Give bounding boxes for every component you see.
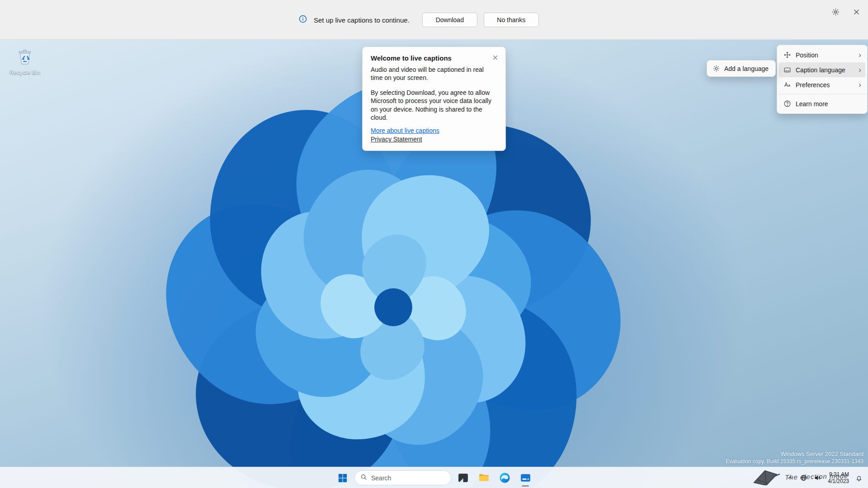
- taskbar-live-captions[interactable]: [516, 469, 534, 487]
- notification-bell-icon[interactable]: [853, 469, 865, 487]
- live-captions-setup-bar: Set up live captions to continue. Downlo…: [0, 0, 868, 40]
- taskbar-app-dark[interactable]: [454, 469, 472, 487]
- taskbar: 9:31 AM 4/1/2023: [0, 467, 868, 488]
- more-about-link[interactable]: More about live captions: [371, 127, 497, 136]
- menu-divider: [778, 94, 866, 94]
- menu-item-position[interactable]: Position ›: [779, 47, 865, 62]
- active-app-indicator: [522, 485, 529, 487]
- info-icon: [298, 14, 307, 25]
- privacy-statement-link[interactable]: Privacy Statement: [371, 135, 497, 144]
- taskbar-edge[interactable]: [495, 469, 514, 487]
- close-bar-icon[interactable]: [851, 6, 862, 17]
- taskbar-file-explorer[interactable]: [475, 469, 493, 487]
- menu-item-label: Caption language: [796, 66, 854, 74]
- volume-icon[interactable]: [811, 469, 824, 487]
- move-icon: [783, 51, 791, 59]
- clock-time: 9:31 AM: [828, 471, 849, 478]
- clock-date: 4/1/2023: [828, 478, 849, 485]
- welcome-popup: Welcome to live captions Audio and video…: [362, 47, 506, 151]
- menu-item-label: Position: [796, 52, 854, 59]
- setup-bar-controls: [830, 0, 862, 40]
- chevron-right-icon: ›: [859, 66, 861, 74]
- watermark-edition: Windows Server 2022 Standard: [726, 450, 863, 457]
- start-button[interactable]: [334, 469, 352, 487]
- tray-clock[interactable]: 9:31 AM 4/1/2023: [825, 471, 852, 485]
- edge-browser-icon: [499, 472, 510, 483]
- gear-icon: [712, 65, 720, 73]
- menu-item-preferences[interactable]: Preferences ›: [779, 77, 865, 92]
- live-captions-context-menu: Position › Caption language › Preference…: [777, 45, 868, 114]
- taskbar-search-box[interactable]: [354, 470, 451, 485]
- taskbar-center-group: [334, 467, 534, 488]
- search-input[interactable]: [371, 474, 439, 482]
- popup-body-2: By selecting Download, you agree to allo…: [371, 89, 497, 122]
- settings-gear-icon[interactable]: [830, 6, 841, 17]
- evaluation-watermark: Windows Server 2022 Standard Evaluation …: [726, 450, 863, 465]
- menu-item-label: Learn more: [796, 100, 861, 108]
- setup-message: Set up live captions to continue.: [314, 16, 410, 24]
- question-circle-icon: [783, 100, 791, 108]
- tray-chevron-up-icon[interactable]: [784, 469, 796, 487]
- popup-title: Welcome to live captions: [371, 54, 497, 62]
- submenu-item-label: Add a language: [724, 65, 769, 72]
- submenu-add-a-language[interactable]: Add a language: [707, 60, 776, 77]
- watermark-build: Evaluation copy. Build 25335.rs_prerelea…: [726, 458, 863, 465]
- setup-bar-content: Set up live captions to continue. Downlo…: [298, 0, 539, 40]
- network-globe-icon[interactable]: [797, 469, 810, 487]
- windows-logo-icon: [338, 473, 348, 483]
- download-button[interactable]: Download: [422, 13, 477, 27]
- chevron-right-icon: ›: [859, 81, 861, 89]
- menu-item-learn-more[interactable]: Learn more: [779, 96, 865, 111]
- popup-body-1: Audio and video will be captioned in rea…: [371, 66, 497, 82]
- text-preferences-icon: [783, 81, 791, 89]
- menu-item-label: Preferences: [796, 81, 854, 89]
- popup-close-icon[interactable]: [490, 52, 500, 62]
- recycle-bin-icon: [15, 47, 34, 68]
- recycle-bin-label: Recycle Bin: [9, 69, 41, 75]
- live-captions-app-icon: [520, 472, 531, 483]
- caption-box-icon: [783, 66, 791, 74]
- search-icon: [360, 474, 368, 483]
- menu-item-caption-language[interactable]: Caption language ›: [779, 62, 865, 77]
- taskbar-tray: 9:31 AM 4/1/2023: [784, 467, 865, 488]
- no-thanks-button[interactable]: No thanks: [484, 13, 539, 27]
- recycle-bin-desktop-icon[interactable]: Recycle Bin: [8, 47, 42, 75]
- dark-app-icon: [458, 472, 469, 483]
- chevron-right-icon: ›: [859, 51, 861, 59]
- folder-icon: [478, 472, 490, 483]
